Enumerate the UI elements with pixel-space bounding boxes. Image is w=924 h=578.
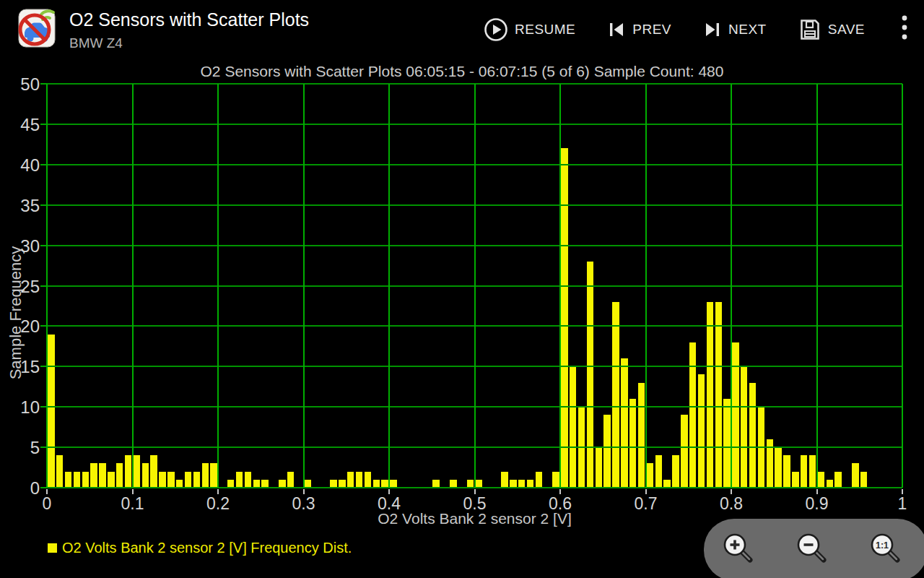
y-tick-label: 10: [0, 397, 40, 418]
prev-button[interactable]: PREV: [607, 20, 671, 39]
next-label: NEXT: [728, 22, 767, 38]
gridline-vertical: [217, 84, 219, 488]
skip-previous-icon: [607, 20, 626, 39]
histogram-bar: [715, 302, 722, 488]
x-tick: [388, 489, 390, 494]
histogram-bar: [818, 472, 824, 488]
histogram-bar: [536, 472, 542, 488]
action-buttons: RESUME PREV NEXT SAVE: [484, 0, 912, 59]
y-tick: [40, 164, 47, 165]
histogram-bar: [860, 472, 867, 488]
histogram-bar: [236, 472, 243, 488]
x-tick: [217, 489, 219, 494]
gridline-vertical: [303, 84, 305, 488]
y-tick: [40, 245, 47, 246]
y-tick-label: 5: [0, 438, 40, 458]
histogram-bar: [150, 455, 157, 488]
histogram-bar: [185, 472, 191, 488]
resume-label: RESUME: [515, 22, 575, 38]
gridline-vertical: [645, 84, 647, 488]
floppy-save-icon: [798, 18, 821, 41]
histogram-bar: [629, 399, 636, 488]
x-tick: [303, 489, 305, 494]
x-tick: [46, 489, 48, 494]
histogram-bar: [672, 455, 679, 488]
histogram-bar: [347, 472, 354, 488]
histogram-bar: [792, 472, 798, 488]
histogram-bar: [801, 455, 807, 488]
plot-area[interactable]: [47, 84, 902, 488]
histogram-bar: [689, 342, 696, 488]
app-subtitle: BMW Z4: [69, 35, 123, 51]
histogram-bar: [707, 302, 713, 488]
zoom-out-button[interactable]: [794, 530, 829, 565]
skip-next-icon: [703, 20, 722, 39]
histogram-bar: [193, 472, 200, 488]
zoom-1to1-icon: 1:1: [868, 530, 902, 565]
histogram-bar: [82, 472, 89, 488]
histogram-bar: [365, 472, 371, 488]
y-tick-label: 15: [0, 357, 40, 377]
histogram-bar: [638, 383, 645, 488]
gridline-vertical: [388, 84, 390, 488]
histogram-bar: [108, 472, 114, 488]
y-tick-label: 30: [0, 236, 40, 256]
histogram-bar: [596, 447, 602, 488]
gridline-vertical: [474, 84, 476, 488]
histogram-bar: [603, 415, 610, 488]
overflow-menu-button[interactable]: [897, 12, 912, 47]
histogram-bar: [834, 472, 841, 488]
histogram-bar: [647, 463, 653, 488]
y-tick-label: 35: [0, 196, 40, 216]
play-circle-icon: [484, 17, 508, 42]
zoom-reset-button[interactable]: 1:1: [868, 530, 902, 565]
overflow-menu-icon: [901, 15, 908, 41]
zoom-in-button[interactable]: [720, 530, 755, 565]
y-tick-label: 50: [0, 74, 40, 95]
y-tick: [40, 83, 47, 85]
gridline-vertical: [132, 84, 134, 488]
histogram-bar: [741, 366, 747, 488]
histogram-bar: [74, 472, 80, 488]
x-tick: [731, 489, 732, 494]
histogram-bar: [501, 472, 507, 488]
gridline-vertical: [902, 84, 903, 488]
histogram-bar: [809, 455, 816, 488]
x-tick: [132, 489, 134, 494]
next-button[interactable]: NEXT: [703, 20, 767, 39]
y-tick: [40, 487, 47, 488]
histogram-bar: [852, 463, 858, 488]
histogram-bar: [287, 472, 294, 488]
histogram-bar: [65, 472, 71, 488]
app-header: O2 Sensors with Scatter Plots BMW Z4 RES…: [0, 0, 924, 59]
resume-button[interactable]: RESUME: [484, 17, 575, 42]
histogram-bar: [783, 455, 790, 488]
histogram-bar: [245, 472, 251, 488]
y-tick: [40, 124, 47, 125]
histogram-bar: [210, 463, 217, 488]
zoom-controls-panel: 1:1: [704, 519, 924, 578]
y-tick-label: 25: [0, 277, 40, 297]
histogram-bar: [159, 472, 165, 488]
x-tick: [645, 489, 647, 494]
y-tick: [40, 204, 47, 206]
gridline-vertical: [816, 84, 818, 488]
histogram-bar: [56, 455, 63, 488]
histogram-bar: [552, 472, 559, 488]
y-tick: [40, 366, 47, 367]
histogram-bar: [134, 455, 140, 488]
histogram-bar: [681, 415, 687, 488]
save-button[interactable]: SAVE: [798, 18, 865, 41]
y-tick: [40, 325, 47, 327]
legend-swatch: [48, 543, 57, 553]
histogram-bar: [732, 342, 738, 488]
y-tick-label: 45: [0, 115, 40, 135]
histogram-bar: [612, 302, 619, 488]
app-icon[interactable]: [18, 8, 56, 48]
zoom-out-icon: [794, 530, 829, 565]
x-tick: [474, 489, 476, 494]
histogram-bar: [723, 399, 730, 488]
legend-label: O2 Volts Bank 2 sensor 2 [V] Frequency D…: [62, 540, 352, 556]
histogram-bar: [698, 374, 705, 488]
histogram-bar: [356, 472, 362, 488]
